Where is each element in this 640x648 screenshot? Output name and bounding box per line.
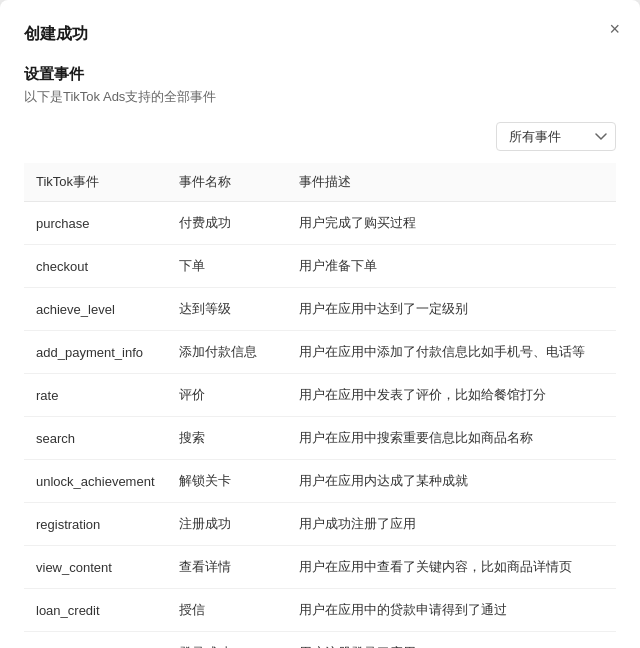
cell-event: purchase — [24, 202, 167, 245]
cell-name: 登录成功 — [167, 632, 287, 649]
cell-event: achieve_level — [24, 288, 167, 331]
col-header-desc: 事件描述 — [287, 163, 616, 202]
table-row: registration注册成功用户成功注册了应用 — [24, 503, 616, 546]
table-row: search搜索用户在应用中搜索重要信息比如商品名称 — [24, 417, 616, 460]
cell-desc: 用户在应用内达成了某种成就 — [287, 460, 616, 503]
section-title: 设置事件 — [24, 65, 616, 84]
col-header-name: 事件名称 — [167, 163, 287, 202]
cell-desc: 用户注册登录了应用 — [287, 632, 616, 649]
dialog: 创建成功 × 设置事件 以下是TikTok Ads支持的全部事件 所有事件 Ti… — [0, 0, 640, 648]
table-row: purchase付费成功用户完成了购买过程 — [24, 202, 616, 245]
cell-event: view_content — [24, 546, 167, 589]
cell-desc: 用户在应用中添加了付款信息比如手机号、电话等 — [287, 331, 616, 374]
table-body: purchase付费成功用户完成了购买过程checkout下单用户准备下单ach… — [24, 202, 616, 649]
cell-desc: 用户在应用中的贷款申请得到了通过 — [287, 589, 616, 632]
cell-name: 搜索 — [167, 417, 287, 460]
table-row: login登录成功用户注册登录了应用 — [24, 632, 616, 649]
cell-name: 评价 — [167, 374, 287, 417]
cell-name: 解锁关卡 — [167, 460, 287, 503]
cell-name: 查看详情 — [167, 546, 287, 589]
table-row: view_content查看详情用户在应用中查看了关键内容，比如商品详情页 — [24, 546, 616, 589]
event-filter-select[interactable]: 所有事件 — [496, 122, 616, 151]
table-row: loan_credit授信用户在应用中的贷款申请得到了通过 — [24, 589, 616, 632]
table-row: achieve_level达到等级用户在应用中达到了一定级别 — [24, 288, 616, 331]
close-button[interactable]: × — [605, 16, 624, 42]
cell-event: checkout — [24, 245, 167, 288]
cell-event: add_payment_info — [24, 331, 167, 374]
filter-row: 所有事件 — [24, 122, 616, 151]
events-table: TikTok事件 事件名称 事件描述 purchase付费成功用户完成了购买过程… — [24, 163, 616, 648]
cell-name: 注册成功 — [167, 503, 287, 546]
table-row: add_payment_info添加付款信息用户在应用中添加了付款信息比如手机号… — [24, 331, 616, 374]
cell-desc: 用户在应用中查看了关键内容，比如商品详情页 — [287, 546, 616, 589]
cell-event: login — [24, 632, 167, 649]
cell-desc: 用户成功注册了应用 — [287, 503, 616, 546]
cell-event: search — [24, 417, 167, 460]
cell-name: 达到等级 — [167, 288, 287, 331]
table-row: checkout下单用户准备下单 — [24, 245, 616, 288]
table-row: unlock_achievement解锁关卡用户在应用内达成了某种成就 — [24, 460, 616, 503]
cell-name: 下单 — [167, 245, 287, 288]
table-header: TikTok事件 事件名称 事件描述 — [24, 163, 616, 202]
col-header-event: TikTok事件 — [24, 163, 167, 202]
cell-event: rate — [24, 374, 167, 417]
cell-desc: 用户在应用中搜索重要信息比如商品名称 — [287, 417, 616, 460]
cell-desc: 用户准备下单 — [287, 245, 616, 288]
cell-desc: 用户在应用中达到了一定级别 — [287, 288, 616, 331]
cell-event: loan_credit — [24, 589, 167, 632]
cell-event: unlock_achievement — [24, 460, 167, 503]
cell-desc: 用户在应用中发表了评价，比如给餐馆打分 — [287, 374, 616, 417]
table-header-row: TikTok事件 事件名称 事件描述 — [24, 163, 616, 202]
cell-name: 付费成功 — [167, 202, 287, 245]
cell-desc: 用户完成了购买过程 — [287, 202, 616, 245]
section-subtitle: 以下是TikTok Ads支持的全部事件 — [24, 88, 616, 106]
dialog-title: 创建成功 — [24, 24, 616, 45]
cell-name: 添加付款信息 — [167, 331, 287, 374]
table-row: rate评价用户在应用中发表了评价，比如给餐馆打分 — [24, 374, 616, 417]
cell-name: 授信 — [167, 589, 287, 632]
cell-event: registration — [24, 503, 167, 546]
